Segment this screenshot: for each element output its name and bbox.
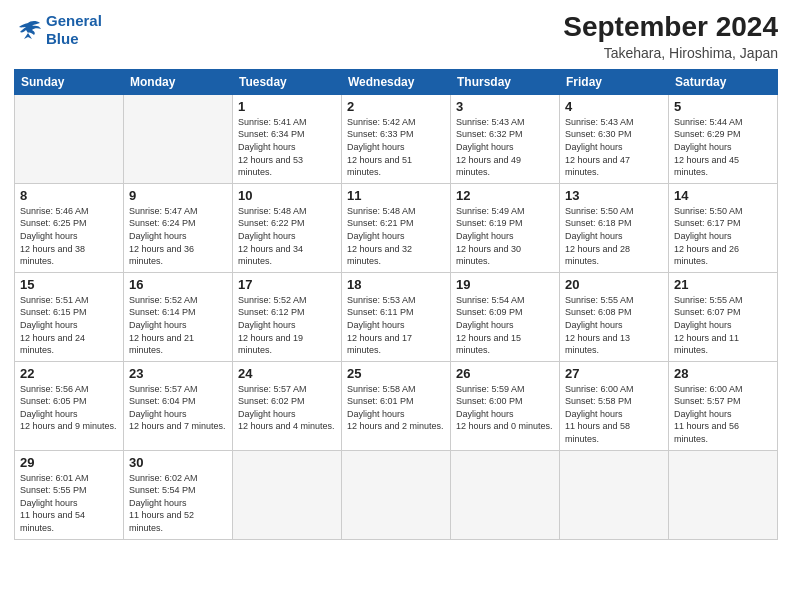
- day-info: Sunrise: 5:59 AMSunset: 6:00 PMDaylight …: [456, 383, 554, 433]
- day-info: Sunrise: 5:55 AMSunset: 6:07 PMDaylight …: [674, 294, 772, 357]
- day-number: 28: [674, 366, 772, 381]
- title-block: September 2024 Takehara, Hiroshima, Japa…: [563, 12, 778, 61]
- day-number: 25: [347, 366, 445, 381]
- logo: General Blue: [14, 12, 102, 48]
- calendar-cell: 20Sunrise: 5:55 AMSunset: 6:08 PMDayligh…: [560, 272, 669, 361]
- day-number: 21: [674, 277, 772, 292]
- day-number: 10: [238, 188, 336, 203]
- day-number: 23: [129, 366, 227, 381]
- weekday-header-row: SundayMondayTuesdayWednesdayThursdayFrid…: [15, 69, 778, 94]
- calendar-cell: 5Sunrise: 5:44 AMSunset: 6:29 PMDaylight…: [669, 94, 778, 183]
- day-number: 1: [238, 99, 336, 114]
- day-number: 5: [674, 99, 772, 114]
- calendar-cell: 21Sunrise: 5:55 AMSunset: 6:07 PMDayligh…: [669, 272, 778, 361]
- day-info: Sunrise: 5:55 AMSunset: 6:08 PMDaylight …: [565, 294, 663, 357]
- day-info: Sunrise: 6:01 AMSunset: 5:55 PMDaylight …: [20, 472, 118, 535]
- calendar-cell: 29Sunrise: 6:01 AMSunset: 5:55 PMDayligh…: [15, 450, 124, 539]
- calendar-cell: 30Sunrise: 6:02 AMSunset: 5:54 PMDayligh…: [124, 450, 233, 539]
- day-number: 11: [347, 188, 445, 203]
- calendar-container: General Blue September 2024 Takehara, Hi…: [0, 0, 792, 612]
- calendar-cell: 28Sunrise: 6:00 AMSunset: 5:57 PMDayligh…: [669, 361, 778, 450]
- calendar-cell: 19Sunrise: 5:54 AMSunset: 6:09 PMDayligh…: [451, 272, 560, 361]
- calendar-cell: [342, 450, 451, 539]
- day-info: Sunrise: 5:46 AMSunset: 6:25 PMDaylight …: [20, 205, 118, 268]
- calendar-cell: [15, 94, 124, 183]
- day-info: Sunrise: 5:44 AMSunset: 6:29 PMDaylight …: [674, 116, 772, 179]
- day-info: Sunrise: 5:50 AMSunset: 6:17 PMDaylight …: [674, 205, 772, 268]
- calendar-cell: [669, 450, 778, 539]
- day-info: Sunrise: 5:43 AMSunset: 6:30 PMDaylight …: [565, 116, 663, 179]
- calendar-cell: [451, 450, 560, 539]
- day-info: Sunrise: 5:52 AMSunset: 6:14 PMDaylight …: [129, 294, 227, 357]
- calendar-cell: 26Sunrise: 5:59 AMSunset: 6:00 PMDayligh…: [451, 361, 560, 450]
- day-number: 13: [565, 188, 663, 203]
- calendar-cell: 11Sunrise: 5:48 AMSunset: 6:21 PMDayligh…: [342, 183, 451, 272]
- day-info: Sunrise: 5:49 AMSunset: 6:19 PMDaylight …: [456, 205, 554, 268]
- header: General Blue September 2024 Takehara, Hi…: [14, 12, 778, 61]
- logo-icon: [14, 19, 42, 41]
- day-number: 2: [347, 99, 445, 114]
- day-number: 12: [456, 188, 554, 203]
- calendar-cell: 27Sunrise: 6:00 AMSunset: 5:58 PMDayligh…: [560, 361, 669, 450]
- calendar-cell: 12Sunrise: 5:49 AMSunset: 6:19 PMDayligh…: [451, 183, 560, 272]
- day-number: 22: [20, 366, 118, 381]
- day-number: 19: [456, 277, 554, 292]
- calendar-cell: 3Sunrise: 5:43 AMSunset: 6:32 PMDaylight…: [451, 94, 560, 183]
- day-info: Sunrise: 5:41 AMSunset: 6:34 PMDaylight …: [238, 116, 336, 179]
- day-info: Sunrise: 6:00 AMSunset: 5:58 PMDaylight …: [565, 383, 663, 446]
- weekday-header-wednesday: Wednesday: [342, 69, 451, 94]
- calendar-cell: [233, 450, 342, 539]
- day-number: 17: [238, 277, 336, 292]
- day-number: 9: [129, 188, 227, 203]
- day-info: Sunrise: 5:42 AMSunset: 6:33 PMDaylight …: [347, 116, 445, 179]
- weekday-header-monday: Monday: [124, 69, 233, 94]
- calendar-cell: 9Sunrise: 5:47 AMSunset: 6:24 PMDaylight…: [124, 183, 233, 272]
- calendar-cell: 22Sunrise: 5:56 AMSunset: 6:05 PMDayligh…: [15, 361, 124, 450]
- calendar-cell: 13Sunrise: 5:50 AMSunset: 6:18 PMDayligh…: [560, 183, 669, 272]
- day-number: 26: [456, 366, 554, 381]
- week-row-3: 15Sunrise: 5:51 AMSunset: 6:15 PMDayligh…: [15, 272, 778, 361]
- day-number: 8: [20, 188, 118, 203]
- logo-text: General Blue: [46, 12, 102, 48]
- day-info: Sunrise: 5:53 AMSunset: 6:11 PMDaylight …: [347, 294, 445, 357]
- day-number: 20: [565, 277, 663, 292]
- day-info: Sunrise: 5:47 AMSunset: 6:24 PMDaylight …: [129, 205, 227, 268]
- week-row-1: 1Sunrise: 5:41 AMSunset: 6:34 PMDaylight…: [15, 94, 778, 183]
- calendar-cell: 17Sunrise: 5:52 AMSunset: 6:12 PMDayligh…: [233, 272, 342, 361]
- day-number: 4: [565, 99, 663, 114]
- calendar-table: SundayMondayTuesdayWednesdayThursdayFrid…: [14, 69, 778, 540]
- day-info: Sunrise: 6:00 AMSunset: 5:57 PMDaylight …: [674, 383, 772, 446]
- calendar-cell: 23Sunrise: 5:57 AMSunset: 6:04 PMDayligh…: [124, 361, 233, 450]
- day-info: Sunrise: 5:57 AMSunset: 6:04 PMDaylight …: [129, 383, 227, 433]
- day-info: Sunrise: 5:52 AMSunset: 6:12 PMDaylight …: [238, 294, 336, 357]
- weekday-header-thursday: Thursday: [451, 69, 560, 94]
- day-info: Sunrise: 5:56 AMSunset: 6:05 PMDaylight …: [20, 383, 118, 433]
- day-info: Sunrise: 5:43 AMSunset: 6:32 PMDaylight …: [456, 116, 554, 179]
- calendar-cell: [560, 450, 669, 539]
- calendar-cell: 25Sunrise: 5:58 AMSunset: 6:01 PMDayligh…: [342, 361, 451, 450]
- day-info: Sunrise: 5:57 AMSunset: 6:02 PMDaylight …: [238, 383, 336, 433]
- day-number: 30: [129, 455, 227, 470]
- calendar-cell: 15Sunrise: 5:51 AMSunset: 6:15 PMDayligh…: [15, 272, 124, 361]
- day-info: Sunrise: 6:02 AMSunset: 5:54 PMDaylight …: [129, 472, 227, 535]
- calendar-cell: 18Sunrise: 5:53 AMSunset: 6:11 PMDayligh…: [342, 272, 451, 361]
- day-number: 27: [565, 366, 663, 381]
- day-number: 24: [238, 366, 336, 381]
- calendar-cell: 1Sunrise: 5:41 AMSunset: 6:34 PMDaylight…: [233, 94, 342, 183]
- calendar-cell: 10Sunrise: 5:48 AMSunset: 6:22 PMDayligh…: [233, 183, 342, 272]
- weekday-header-tuesday: Tuesday: [233, 69, 342, 94]
- calendar-cell: 16Sunrise: 5:52 AMSunset: 6:14 PMDayligh…: [124, 272, 233, 361]
- day-info: Sunrise: 5:48 AMSunset: 6:22 PMDaylight …: [238, 205, 336, 268]
- calendar-cell: 4Sunrise: 5:43 AMSunset: 6:30 PMDaylight…: [560, 94, 669, 183]
- day-info: Sunrise: 5:50 AMSunset: 6:18 PMDaylight …: [565, 205, 663, 268]
- calendar-cell: 24Sunrise: 5:57 AMSunset: 6:02 PMDayligh…: [233, 361, 342, 450]
- calendar-cell: 8Sunrise: 5:46 AMSunset: 6:25 PMDaylight…: [15, 183, 124, 272]
- day-number: 29: [20, 455, 118, 470]
- day-number: 18: [347, 277, 445, 292]
- day-number: 3: [456, 99, 554, 114]
- day-info: Sunrise: 5:51 AMSunset: 6:15 PMDaylight …: [20, 294, 118, 357]
- calendar-cell: 2Sunrise: 5:42 AMSunset: 6:33 PMDaylight…: [342, 94, 451, 183]
- day-info: Sunrise: 5:48 AMSunset: 6:21 PMDaylight …: [347, 205, 445, 268]
- day-number: 16: [129, 277, 227, 292]
- weekday-header-saturday: Saturday: [669, 69, 778, 94]
